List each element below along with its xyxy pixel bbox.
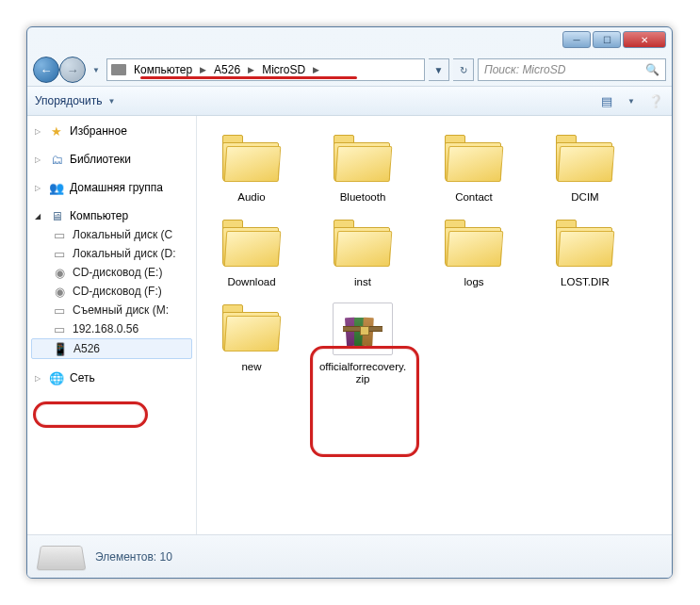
breadcrumb-a526[interactable]: A526 — [210, 63, 244, 76]
item-label: Audio — [237, 191, 265, 204]
folder-logs[interactable]: logs — [427, 214, 521, 293]
item-label: LOST.DIR — [561, 276, 610, 289]
folder-icon — [552, 133, 618, 186]
breadcrumb-microsd[interactable]: MicroSD — [258, 63, 309, 76]
folder-icon — [330, 133, 396, 186]
item-label: new — [241, 361, 261, 374]
sidebar-cd-e[interactable]: ◉CD-дисковод (E:) — [31, 263, 192, 282]
sidebar-label: A526 — [73, 342, 100, 355]
sidebar-computer[interactable]: ◢ 🖥 Компьютер — [31, 206, 192, 225]
sidebar-label: Локальный диск (C — [73, 228, 172, 241]
close-button[interactable]: ✕ — [623, 31, 666, 48]
folder-icon — [441, 133, 507, 186]
forward-button[interactable]: → — [59, 57, 86, 83]
item-label: Download — [227, 276, 275, 289]
archive-icon — [333, 302, 393, 355]
expand-icon[interactable]: ▷ — [35, 374, 43, 383]
sidebar-cd-f[interactable]: ◉CD-дисковод (F:) — [31, 282, 192, 301]
expand-icon[interactable]: ▷ — [35, 184, 43, 192]
star-icon: ★ — [49, 123, 64, 139]
item-label: DCIM — [571, 191, 598, 204]
sidebar-label: Домашняя группа — [70, 181, 163, 194]
sidebar-label: Компьютер — [70, 209, 128, 222]
cd-icon: ◉ — [52, 265, 67, 280]
maximize-button[interactable]: ☐ — [593, 31, 621, 48]
folder-icon — [219, 218, 285, 270]
folder-icon — [330, 218, 396, 270]
drive-icon: ▭ — [52, 227, 67, 242]
chevron-down-icon[interactable]: ▼ — [107, 97, 115, 106]
help-button[interactable]: ❔ — [647, 92, 664, 109]
sidebar-favorites[interactable]: ▷ ★ Избранное — [31, 122, 192, 140]
sidebar-device-a526[interactable]: 📱A526 — [31, 338, 192, 359]
minimize-button[interactable]: ─ — [562, 31, 591, 48]
item-label: logs — [464, 276, 483, 289]
folder-icon — [552, 218, 618, 270]
phone-icon: 📱 — [53, 341, 68, 356]
network-drive-icon: ▭ — [52, 321, 67, 336]
status-count: Элементов: 10 — [95, 550, 172, 564]
navigation-pane: ▷ ★ Избранное ▷ 🗂 Библиотеки ▷ 👥 Домашня… — [27, 116, 197, 534]
sidebar-label: Избранное — [70, 124, 127, 138]
item-label: Contact — [455, 191, 493, 204]
folder-dcim[interactable]: DCIM — [538, 129, 632, 208]
address-dropdown[interactable]: ▼ — [429, 58, 449, 81]
navigation-bar: ← → ▼ Компьютер ▶ A526 ▶ MicroSD ▶ ▼ ↻ П… — [27, 54, 672, 86]
folder-lostdir[interactable]: LOST.DIR — [538, 214, 632, 293]
history-dropdown[interactable]: ▼ — [90, 57, 103, 82]
sidebar-label: Локальный диск (D: — [73, 247, 176, 260]
chevron-right-icon[interactable]: ▶ — [198, 65, 208, 74]
network-icon: 🌐 — [49, 370, 64, 385]
sidebar-drive-c[interactable]: ▭Локальный диск (C — [31, 225, 192, 244]
item-label: inst — [354, 276, 371, 289]
sidebar-label: Съемный диск (M: — [73, 303, 169, 317]
drive-icon — [37, 546, 87, 570]
chevron-down-icon[interactable]: ▼ — [623, 92, 640, 109]
item-label: officialforrecovery.zip — [317, 361, 408, 387]
sidebar-label: CD-дисковод (F:) — [73, 285, 162, 298]
sidebar-network[interactable]: ▷ 🌐 Сеть — [31, 368, 192, 387]
drive-icon: ▭ — [52, 246, 67, 261]
homegroup-icon: 👥 — [49, 180, 64, 195]
search-input[interactable]: Поиск: MicroSD 🔍 — [478, 58, 666, 81]
sidebar-removable-m[interactable]: ▭Съемный диск (M: — [31, 301, 192, 319]
cd-icon: ◉ — [52, 284, 67, 299]
folder-audio[interactable]: Audio — [204, 129, 299, 208]
file-list[interactable]: Audio Bluetooth Contact DCIM Download in… — [197, 116, 672, 534]
toolbar: Упорядочить ▼ ▤ ▼ ❔ — [27, 86, 672, 116]
file-officialforrecovery-zip[interactable]: officialforrecovery.zip — [316, 299, 410, 391]
refresh-button[interactable]: ↻ — [453, 58, 474, 81]
folder-inst[interactable]: inst — [316, 214, 410, 293]
sidebar-label: Сеть — [70, 371, 95, 384]
folder-icon — [219, 133, 285, 186]
sidebar-libraries[interactable]: ▷ 🗂 Библиотеки — [31, 150, 192, 169]
breadcrumb-computer[interactable]: Компьютер — [130, 63, 196, 76]
explorer-window: ─ ☐ ✕ ← → ▼ Компьютер ▶ A526 ▶ MicroSD ▶… — [26, 26, 673, 579]
organize-button[interactable]: Упорядочить — [35, 94, 102, 107]
computer-icon: 🖥 — [49, 208, 64, 223]
status-bar: Элементов: 10 — [27, 534, 672, 578]
sidebar-drive-d[interactable]: ▭Локальный диск (D: — [31, 244, 192, 263]
folder-icon — [219, 302, 285, 355]
folder-new[interactable]: new — [204, 299, 299, 391]
view-options-button[interactable]: ▤ — [598, 92, 615, 109]
title-bar: ─ ☐ ✕ — [27, 27, 672, 54]
folder-icon — [441, 218, 507, 270]
collapse-icon[interactable]: ◢ — [35, 212, 43, 221]
sidebar-homegroup[interactable]: ▷ 👥 Домашняя группа — [31, 178, 192, 197]
chevron-right-icon[interactable]: ▶ — [311, 65, 321, 74]
sidebar-network-ip[interactable]: ▭192.168.0.56 — [31, 319, 192, 338]
body: ▷ ★ Избранное ▷ 🗂 Библиотеки ▷ 👥 Домашня… — [27, 116, 672, 534]
chevron-right-icon[interactable]: ▶ — [246, 65, 256, 74]
back-button[interactable]: ← — [33, 57, 59, 83]
search-icon[interactable]: 🔍 — [645, 63, 659, 76]
expand-icon[interactable]: ▷ — [35, 155, 43, 164]
item-label: Bluetooth — [340, 191, 386, 204]
annotation-underline — [140, 76, 357, 79]
folder-contact[interactable]: Contact — [427, 129, 521, 208]
search-placeholder: Поиск: MicroSD — [484, 63, 565, 76]
drive-icon — [111, 64, 126, 75]
expand-icon[interactable]: ▷ — [35, 127, 43, 136]
folder-bluetooth[interactable]: Bluetooth — [316, 129, 410, 208]
folder-download[interactable]: Download — [204, 214, 299, 293]
